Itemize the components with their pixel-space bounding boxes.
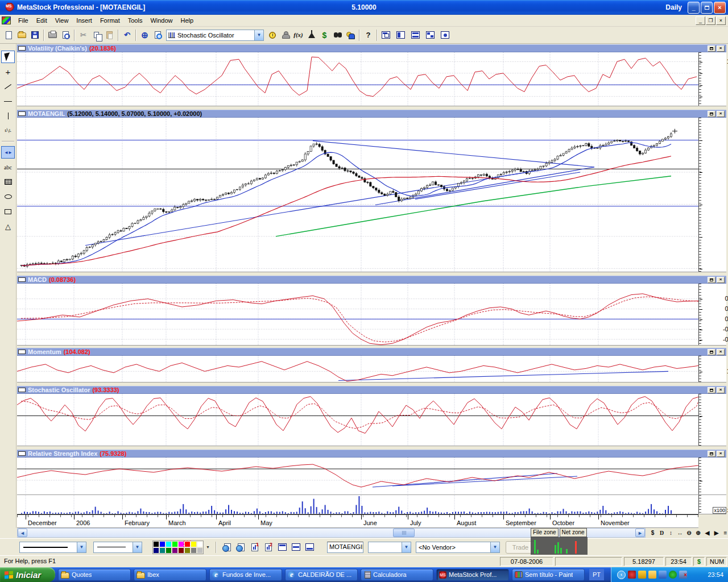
daily-button[interactable]: D (657, 529, 666, 537)
task-metastock-prof-[interactable]: MSMetaStock Prof... (436, 569, 509, 581)
scrollbar-thumb[interactable] (393, 529, 415, 537)
zoom-in-button[interactable]: ⊕ (694, 529, 702, 537)
ellipse-tool[interactable] (1, 190, 15, 203)
price-scale-button[interactable]: $ (648, 529, 657, 537)
scroll-left-button[interactable]: ◄ (18, 529, 27, 537)
semilog-tool[interactable]: s╲L (1, 124, 15, 137)
color-swatch[interactable] (159, 541, 166, 547)
tile-vertical-button[interactable] (394, 29, 407, 41)
panel-maximize-button[interactable] (708, 387, 715, 393)
shield-warning-icon[interactable] (638, 571, 646, 579)
panel-header-macd[interactable]: MACD(0.08736)× (17, 276, 726, 284)
color-swatch[interactable] (153, 547, 159, 554)
color-swatch[interactable] (184, 541, 191, 547)
menu-format[interactable]: Format (96, 15, 124, 26)
language-indicator[interactable]: PT (589, 569, 604, 580)
preview-button[interactable] (59, 29, 72, 41)
panel-maximize-button[interactable] (708, 111, 715, 117)
new-button[interactable] (2, 29, 15, 41)
task-fundos-de-inve-[interactable]: eFundos de Inve... (209, 569, 282, 581)
color-swatch[interactable] (191, 547, 197, 554)
color-swatch[interactable] (184, 547, 191, 554)
mdi-restore-button[interactable]: ❐ (706, 16, 715, 25)
list-button[interactable]: ≡ (721, 529, 728, 537)
horizontal-line-tool[interactable] (1, 95, 15, 107)
panel-maximize-button[interactable] (708, 451, 715, 457)
print-button[interactable] (46, 29, 59, 41)
color-swatch[interactable] (197, 547, 203, 554)
panel-close-button[interactable]: × (717, 349, 725, 355)
task-sem-t-tulo-paint[interactable]: Sem título - Paint (512, 569, 585, 581)
color-palette[interactable] (152, 541, 204, 554)
color-swatch[interactable] (197, 541, 203, 547)
tray-collapse-icon[interactable]: ‹ (617, 571, 626, 579)
collapse-button[interactable] (18, 451, 26, 456)
color-swatch[interactable] (178, 547, 184, 554)
explorer-button[interactable] (279, 29, 292, 41)
scan-button[interactable] (331, 29, 344, 41)
zoomdoc-button[interactable] (151, 29, 164, 41)
start-button[interactable]: Iniciar (0, 567, 55, 582)
resize-tool[interactable]: ◄► (1, 146, 15, 159)
collapse-button[interactable] (18, 350, 26, 354)
pointer-tool[interactable] (1, 51, 15, 63)
panel-maximize-button[interactable] (708, 45, 715, 52)
web-page-2-button[interactable] (235, 541, 247, 554)
panel-header-momentum[interactable]: Momentum(104.082)× (17, 348, 726, 356)
palette-dropdown-icon[interactable]: ▼ (205, 543, 211, 552)
workspace-gear-button[interactable] (439, 29, 452, 41)
panel-header-rsi[interactable]: Relative Strength Index(75.9328)× (17, 450, 726, 458)
collapse-button[interactable] (18, 46, 26, 51)
chart-page-1-button[interactable]: 1 (249, 541, 261, 554)
collapse-button[interactable] (18, 388, 26, 392)
open-button[interactable] (15, 29, 28, 41)
triangle-tool[interactable]: △ (1, 220, 15, 232)
paste-button[interactable] (103, 29, 116, 41)
cut-button[interactable]: ✂ (77, 29, 90, 41)
undo-button[interactable]: ↶ (121, 29, 134, 41)
mdi-minimize-button[interactable]: _ (696, 16, 705, 25)
close-button[interactable]: × (714, 2, 726, 14)
line-weight-combobox[interactable]: ▼ (93, 542, 142, 553)
panel-header-volatility[interactable]: Volatility (Chaikin's)(20.1836)× (17, 44, 726, 52)
panel-close-button[interactable]: × (717, 387, 725, 393)
color-swatch[interactable] (166, 547, 172, 554)
tester-button[interactable] (305, 29, 318, 41)
chevron-down-icon[interactable]: ▼ (133, 542, 142, 552)
vertical-line-tool[interactable] (1, 110, 15, 122)
help-button[interactable]: ? (362, 29, 375, 41)
interval-combobox[interactable]: ▼ (368, 542, 411, 553)
color-swatch[interactable] (191, 541, 197, 547)
page-left-button[interactable]: ◀ (703, 529, 712, 537)
crosshair-tool[interactable]: + (1, 65, 15, 78)
chart-page-2-button[interactable]: 2 (262, 541, 275, 554)
tile-horizontal-button[interactable] (409, 29, 422, 41)
layout-middle-button[interactable] (289, 541, 302, 554)
color-swatch[interactable] (159, 547, 166, 554)
color-swatch[interactable] (172, 547, 178, 554)
target-button[interactable]: ⊕ (138, 29, 151, 41)
menu-help[interactable]: Help (177, 15, 198, 26)
scroll-right-button[interactable]: ► (635, 529, 645, 537)
task-calculadora[interactable]: Calculadora (361, 569, 433, 581)
panel-header-stochastic[interactable]: Stochastic Oscillator(93.3333)× (17, 386, 726, 394)
restore-button[interactable] (701, 2, 713, 14)
network-offline-icon[interactable]: × (679, 571, 687, 579)
line-style-combobox[interactable]: ▼ (19, 542, 86, 553)
menu-insert[interactable]: Insert (72, 15, 96, 26)
tile-grid-button[interactable] (424, 29, 437, 41)
vendor-combobox[interactable]: <No Vendor> ▼ (416, 542, 500, 553)
red-alarm-icon[interactable] (628, 571, 636, 579)
minimize-button[interactable]: _ (688, 2, 700, 14)
task-caldeir-o-de-[interactable]: eCALDEIRÃO DE ... (285, 569, 358, 581)
text-tool[interactable]: abc (1, 161, 15, 173)
menu-view[interactable]: View (51, 15, 73, 26)
chevron-down-icon[interactable]: ▼ (77, 542, 86, 552)
alert-button[interactable] (266, 29, 279, 41)
copy-button[interactable] (90, 29, 103, 41)
fx-button[interactable]: f(x) (292, 29, 305, 41)
page-right-button[interactable]: ▶ (712, 529, 721, 537)
panel-maximize-button[interactable] (708, 349, 715, 355)
menu-file[interactable]: File (14, 15, 32, 26)
zoom-out-button[interactable]: ⊖ (685, 529, 693, 537)
